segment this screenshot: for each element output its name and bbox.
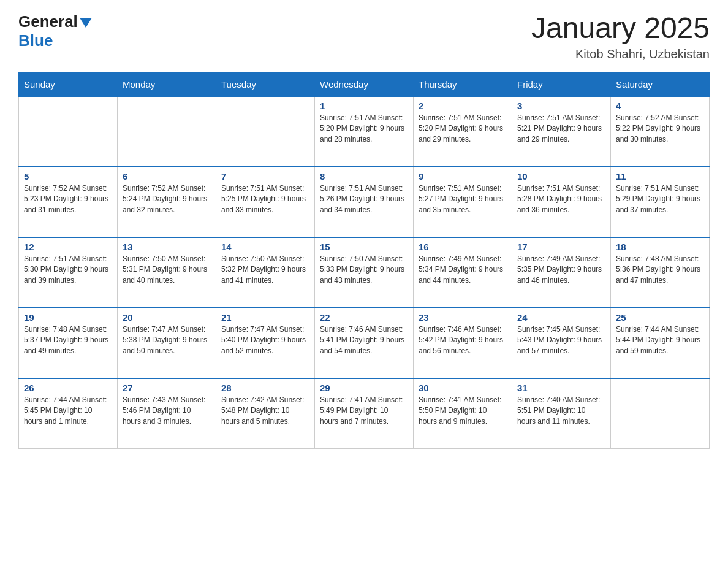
calendar-cell: 24Sunrise: 7:45 AM Sunset: 5:43 PM Dayli… [512,308,611,378]
day-number: 8 [320,171,408,182]
day-number: 19 [24,312,112,323]
calendar-cell: 4Sunrise: 7:52 AM Sunset: 5:22 PM Daylig… [611,96,710,167]
calendar-cell: 22Sunrise: 7:46 AM Sunset: 5:41 PM Dayli… [315,308,414,378]
day-info: Sunrise: 7:50 AM Sunset: 5:33 PM Dayligh… [320,254,408,286]
day-info: Sunrise: 7:45 AM Sunset: 5:43 PM Dayligh… [517,324,605,356]
calendar-cell [216,96,315,167]
calendar-cell: 21Sunrise: 7:47 AM Sunset: 5:40 PM Dayli… [216,308,315,378]
day-number: 23 [419,312,507,323]
day-info: Sunrise: 7:46 AM Sunset: 5:42 PM Dayligh… [419,324,507,356]
calendar-cell: 11Sunrise: 7:51 AM Sunset: 5:29 PM Dayli… [611,167,710,237]
logo-blue-text: Blue [18,31,53,50]
day-info: Sunrise: 7:51 AM Sunset: 5:27 PM Dayligh… [419,183,507,215]
calendar-cell: 10Sunrise: 7:51 AM Sunset: 5:28 PM Dayli… [512,167,611,237]
day-number: 30 [419,383,507,393]
day-number: 5 [24,171,112,182]
calendar-cell: 26Sunrise: 7:44 AM Sunset: 5:45 PM Dayli… [19,378,118,449]
calendar-cell: 29Sunrise: 7:41 AM Sunset: 5:49 PM Dayli… [315,378,414,449]
calendar-cell: 16Sunrise: 7:49 AM Sunset: 5:34 PM Dayli… [414,237,512,308]
calendar-cell: 23Sunrise: 7:46 AM Sunset: 5:42 PM Dayli… [414,308,512,378]
title-block: January 2025 Kitob Shahri, Uzbekistan [531,12,710,61]
page-subtitle: Kitob Shahri, Uzbekistan [531,47,710,61]
weekday-header-friday: Friday [512,72,611,96]
day-info: Sunrise: 7:52 AM Sunset: 5:22 PM Dayligh… [616,113,704,145]
logo-triangle-icon [80,18,92,28]
calendar-cell [19,96,118,167]
calendar-cell: 2Sunrise: 7:51 AM Sunset: 5:20 PM Daylig… [414,96,512,167]
calendar-cell: 19Sunrise: 7:48 AM Sunset: 5:37 PM Dayli… [19,308,118,378]
day-number: 26 [24,383,112,393]
day-number: 13 [123,242,211,252]
day-number: 12 [24,242,112,252]
weekday-header-saturday: Saturday [611,72,710,96]
calendar-cell [118,96,216,167]
day-info: Sunrise: 7:44 AM Sunset: 5:44 PM Dayligh… [616,324,704,356]
calendar-cell: 9Sunrise: 7:51 AM Sunset: 5:27 PM Daylig… [414,167,512,237]
day-info: Sunrise: 7:42 AM Sunset: 5:48 PM Dayligh… [221,395,309,427]
day-info: Sunrise: 7:51 AM Sunset: 5:26 PM Dayligh… [320,183,408,215]
day-info: Sunrise: 7:51 AM Sunset: 5:29 PM Dayligh… [616,183,704,215]
weekday-header-monday: Monday [118,72,216,96]
day-number: 17 [517,242,605,252]
day-info: Sunrise: 7:51 AM Sunset: 5:28 PM Dayligh… [517,183,605,215]
day-number: 14 [221,242,309,252]
day-info: Sunrise: 7:50 AM Sunset: 5:31 PM Dayligh… [123,254,211,286]
page-title: January 2025 [531,12,710,45]
day-info: Sunrise: 7:48 AM Sunset: 5:36 PM Dayligh… [616,254,704,286]
weekday-header-sunday: Sunday [19,72,118,96]
day-number: 28 [221,383,309,393]
day-number: 21 [221,312,309,323]
calendar-cell: 6Sunrise: 7:52 AM Sunset: 5:24 PM Daylig… [118,167,216,237]
day-info: Sunrise: 7:40 AM Sunset: 5:51 PM Dayligh… [517,395,605,427]
calendar-cell: 28Sunrise: 7:42 AM Sunset: 5:48 PM Dayli… [216,378,315,449]
day-info: Sunrise: 7:52 AM Sunset: 5:23 PM Dayligh… [24,183,112,215]
day-info: Sunrise: 7:50 AM Sunset: 5:32 PM Dayligh… [221,254,309,286]
day-info: Sunrise: 7:47 AM Sunset: 5:38 PM Dayligh… [123,324,211,356]
day-info: Sunrise: 7:49 AM Sunset: 5:35 PM Dayligh… [517,254,605,286]
weekday-header-thursday: Thursday [414,72,512,96]
calendar-cell: 3Sunrise: 7:51 AM Sunset: 5:21 PM Daylig… [512,96,611,167]
day-info: Sunrise: 7:51 AM Sunset: 5:20 PM Dayligh… [320,113,408,145]
day-number: 15 [320,242,408,252]
day-info: Sunrise: 7:46 AM Sunset: 5:41 PM Dayligh… [320,324,408,356]
day-number: 11 [616,171,704,182]
calendar-cell: 7Sunrise: 7:51 AM Sunset: 5:25 PM Daylig… [216,167,315,237]
calendar-cell: 31Sunrise: 7:40 AM Sunset: 5:51 PM Dayli… [512,378,611,449]
day-number: 18 [616,242,704,252]
day-number: 3 [517,101,605,111]
day-number: 27 [123,383,211,393]
calendar-cell: 8Sunrise: 7:51 AM Sunset: 5:26 PM Daylig… [315,167,414,237]
calendar-cell: 30Sunrise: 7:41 AM Sunset: 5:50 PM Dayli… [414,378,512,449]
weekday-header-tuesday: Tuesday [216,72,315,96]
day-number: 22 [320,312,408,323]
calendar-cell: 5Sunrise: 7:52 AM Sunset: 5:23 PM Daylig… [19,167,118,237]
day-info: Sunrise: 7:49 AM Sunset: 5:34 PM Dayligh… [419,254,507,286]
calendar-cell: 25Sunrise: 7:44 AM Sunset: 5:44 PM Dayli… [611,308,710,378]
calendar-cell: 14Sunrise: 7:50 AM Sunset: 5:32 PM Dayli… [216,237,315,308]
day-number: 25 [616,312,704,323]
calendar-cell: 27Sunrise: 7:43 AM Sunset: 5:46 PM Dayli… [118,378,216,449]
day-info: Sunrise: 7:52 AM Sunset: 5:24 PM Dayligh… [123,183,211,215]
calendar-cell: 1Sunrise: 7:51 AM Sunset: 5:20 PM Daylig… [315,96,414,167]
day-info: Sunrise: 7:43 AM Sunset: 5:46 PM Dayligh… [123,395,211,427]
day-info: Sunrise: 7:47 AM Sunset: 5:40 PM Dayligh… [221,324,309,356]
calendar-cell: 17Sunrise: 7:49 AM Sunset: 5:35 PM Dayli… [512,237,611,308]
day-number: 16 [419,242,507,252]
day-info: Sunrise: 7:41 AM Sunset: 5:49 PM Dayligh… [320,395,408,427]
calendar-cell: 13Sunrise: 7:50 AM Sunset: 5:31 PM Dayli… [118,237,216,308]
day-number: 9 [419,171,507,182]
day-info: Sunrise: 7:41 AM Sunset: 5:50 PM Dayligh… [419,395,507,427]
page-header: General Blue January 2025 Kitob Shahri, … [18,12,710,61]
day-info: Sunrise: 7:44 AM Sunset: 5:45 PM Dayligh… [24,395,112,427]
day-number: 4 [616,101,704,111]
day-number: 7 [221,171,309,182]
day-info: Sunrise: 7:51 AM Sunset: 5:25 PM Dayligh… [221,183,309,215]
calendar-cell: 20Sunrise: 7:47 AM Sunset: 5:38 PM Dayli… [118,308,216,378]
calendar-table: SundayMondayTuesdayWednesdayThursdayFrid… [18,72,710,450]
day-number: 6 [123,171,211,182]
day-number: 31 [517,383,605,393]
calendar-cell: 18Sunrise: 7:48 AM Sunset: 5:36 PM Dayli… [611,237,710,308]
day-number: 20 [123,312,211,323]
calendar-cell: 12Sunrise: 7:51 AM Sunset: 5:30 PM Dayli… [19,237,118,308]
day-info: Sunrise: 7:51 AM Sunset: 5:20 PM Dayligh… [419,113,507,145]
